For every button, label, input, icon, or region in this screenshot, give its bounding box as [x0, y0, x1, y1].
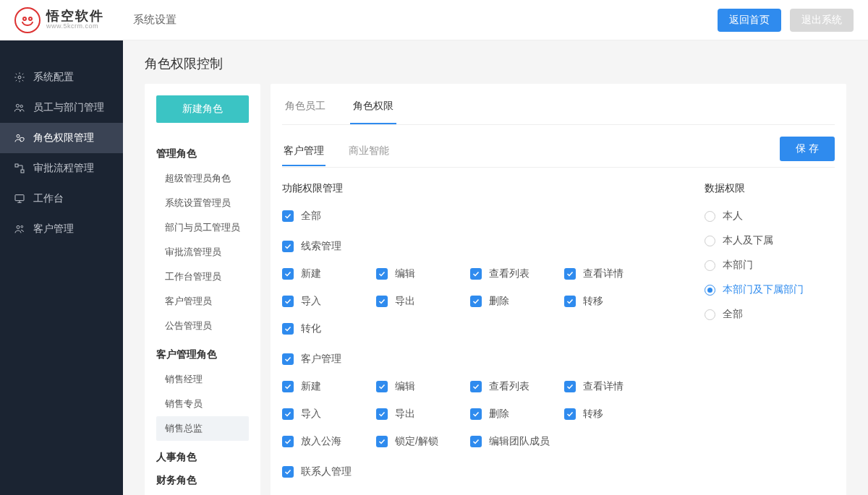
role-item[interactable]: 公告管理员 [156, 314, 249, 338]
checkbox-icon [282, 408, 294, 420]
role-item[interactable]: 系统设置管理员 [156, 191, 249, 215]
sidebar-item-4[interactable]: 工作台 [0, 184, 123, 214]
users-icon [13, 102, 26, 113]
role-item[interactable]: 销售经理 [156, 367, 249, 392]
role-item[interactable]: 销售专员 [156, 392, 249, 416]
perm-checkbox[interactable]: 查看详情 [564, 267, 658, 280]
perm-row: 导入导出删除转移 [282, 295, 690, 308]
perm-checkbox[interactable]: 放入公海 [282, 435, 376, 448]
tab-0[interactable]: 角色员工 [282, 90, 328, 124]
perm-label: 删除 [489, 408, 509, 421]
perm-checkbox[interactable]: 导入 [282, 408, 376, 421]
perm-checkbox[interactable]: 新建 [282, 380, 376, 393]
subtab-0[interactable]: 客户管理 [282, 137, 326, 166]
data-perm-option[interactable]: 本部门 [705, 259, 835, 272]
perm-group: 客户管理新建编辑查看列表查看详情导入导出删除转移放入公海锁定/解锁编辑团队成员 [282, 353, 690, 448]
perm-label: 客户管理 [301, 353, 341, 366]
sidebar-item-label: 审批流程管理 [33, 162, 94, 175]
perm-label: 联系人管理 [301, 465, 352, 478]
perm-checkbox[interactable]: 联系人管理 [282, 465, 376, 478]
perm-row: 导入导出删除转移 [282, 408, 690, 421]
data-perm-option[interactable]: 本部门及下属部门 [705, 283, 835, 296]
role-group-title: 管理角色 [156, 147, 249, 160]
perm-label: 线索管理 [301, 240, 341, 253]
perm-label: 查看详情 [583, 380, 624, 393]
logo-text: 悟空软件 www.5kcrm.com [46, 9, 104, 31]
role-item[interactable]: 工作台管理员 [156, 264, 249, 289]
role-item[interactable]: 超级管理员角色 [156, 166, 249, 191]
svg-point-9 [17, 225, 20, 228]
perm-checkbox[interactable]: 删除 [470, 295, 564, 308]
svg-point-5 [17, 134, 20, 137]
svg-rect-8 [15, 195, 24, 201]
role-item[interactable]: 客户管理员 [156, 289, 249, 314]
perm-checkbox[interactable]: 编辑 [376, 380, 470, 393]
perm-checkbox[interactable]: 锁定/解锁 [376, 435, 470, 448]
sidebar-item-label: 员工与部门管理 [33, 101, 104, 114]
perm-checkbox[interactable]: 导出 [376, 295, 470, 308]
checkbox-icon [376, 436, 388, 447]
perm-label: 编辑 [395, 380, 415, 393]
perm-row: 转化 [282, 322, 690, 335]
radio-icon [705, 211, 715, 222]
role-item[interactable]: 销售总监 [156, 416, 249, 441]
perm-label: 新建 [301, 267, 321, 280]
perm-checkbox[interactable]: 导出 [376, 408, 470, 421]
tab-1[interactable]: 角色权限 [350, 90, 396, 124]
radio-icon [705, 309, 715, 320]
desktop-icon [13, 193, 26, 205]
svg-point-0 [23, 17, 26, 20]
role-item[interactable]: 部门与员工管理员 [156, 215, 249, 240]
perm-checkbox[interactable]: 编辑 [376, 267, 470, 280]
checkbox-icon [376, 268, 388, 280]
perm-checkbox[interactable]: 查看详情 [564, 380, 658, 393]
perm-checkbox[interactable]: 删除 [470, 408, 564, 421]
perm-checkbox[interactable]: 客户管理 [282, 353, 376, 366]
perm-checkbox[interactable]: 转移 [564, 408, 658, 421]
function-perm-heading: 功能权限管理 [282, 182, 690, 195]
role-group-title: 财务角色 [156, 474, 249, 487]
perm-checkbox[interactable]: 全部 [282, 210, 376, 223]
save-button[interactable]: 保 存 [780, 137, 835, 161]
svg-rect-6 [15, 164, 18, 167]
checkbox-icon [376, 296, 388, 307]
perm-checkbox[interactable]: 导入 [282, 295, 376, 308]
perm-label: 放入公海 [301, 435, 341, 448]
sidebar-item-2[interactable]: 角色权限管理 [0, 123, 123, 153]
radio-label: 本人 [723, 210, 743, 223]
role-item[interactable]: 审批流管理员 [156, 240, 249, 264]
subtab-1[interactable]: 商业智能 [347, 137, 391, 166]
perm-checkbox[interactable]: 新建 [282, 267, 376, 280]
perm-group: 全部 [282, 210, 690, 223]
perm-checkbox[interactable]: 转化 [282, 322, 376, 335]
perm-row: 新建编辑查看列表查看详情 [282, 267, 690, 280]
checkbox-icon [470, 296, 482, 307]
role-group-title: 人事角色 [156, 451, 249, 464]
checkbox-icon [564, 268, 576, 280]
perm-checkbox[interactable]: 线索管理 [282, 240, 376, 253]
logo[interactable]: 悟空软件 www.5kcrm.com [14, 7, 104, 33]
logout-button[interactable]: 退出系统 [790, 9, 854, 32]
data-perm-option[interactable]: 本人及下属 [705, 234, 835, 247]
perm-checkbox[interactable]: 查看列表 [470, 380, 564, 393]
sidebar-item-3[interactable]: 审批流程管理 [0, 153, 123, 184]
data-perm-option[interactable]: 全部 [705, 308, 835, 321]
sidebar-item-5[interactable]: 客户管理 [0, 214, 123, 244]
sidebar-item-0[interactable]: 系统配置 [0, 62, 123, 92]
back-home-button[interactable]: 返回首页 [718, 9, 781, 32]
perm-checkbox[interactable]: 查看列表 [470, 267, 564, 280]
perm-label: 导入 [301, 408, 321, 421]
header-page-label: 系统设置 [133, 13, 176, 27]
perm-label: 转移 [583, 295, 603, 308]
perm-label: 转化 [301, 322, 321, 335]
perm-checkbox[interactable]: 转移 [564, 295, 658, 308]
new-role-button[interactable]: 新建角色 [156, 95, 249, 123]
sidebar-item-1[interactable]: 员工与部门管理 [0, 92, 123, 123]
data-perm-heading: 数据权限 [705, 182, 835, 195]
perm-label: 编辑 [395, 267, 415, 280]
data-perm-option[interactable]: 本人 [705, 210, 835, 223]
checkbox-icon [470, 381, 482, 392]
perm-checkbox[interactable]: 编辑团队成员 [470, 435, 564, 448]
function-permissions: 功能权限管理 全部线索管理新建编辑查看列表查看详情导入导出删除转移转化客户管理新… [282, 182, 690, 495]
perm-label: 导出 [395, 295, 415, 308]
